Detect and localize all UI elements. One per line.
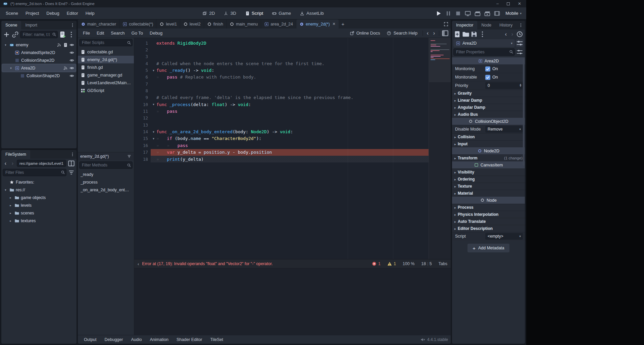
code-line-12[interactable]: 12 — [134, 115, 451, 121]
method-sort-icon[interactable] — [127, 154, 132, 159]
audio-mute-icon[interactable] — [420, 337, 425, 342]
script-history-back-button[interactable]: ‹ — [425, 30, 431, 37]
code-line-3[interactable]: 3 — [134, 53, 451, 60]
code-line-13[interactable]: 13 — [134, 121, 451, 128]
group-ordering[interactable]: ▸Ordering — [452, 176, 525, 183]
group-physics-interpolation[interactable]: ▸Physics Interpolation — [452, 211, 525, 218]
scene-tab-enemy-2d[interactable]: enemy_2d(*)✕ — [296, 19, 339, 29]
method-item-on-area-2d-body-entered[interactable]: _on_area_2d_body_entered — [78, 186, 134, 194]
script-list-item-gdscript[interactable]: GDScript — [78, 87, 134, 94]
code-line-9[interactable]: 9# Called every frame. 'delta' is the el… — [134, 94, 451, 101]
group-collision[interactable]: ▸Collision — [452, 133, 525, 140]
save-resource-icon[interactable] — [470, 31, 478, 38]
script-history-forward-button[interactable]: › — [431, 30, 437, 37]
group-angular-damp[interactable]: ▸Angular Damp — [452, 104, 525, 111]
error-message[interactable]: Error at (17, 19): Invalid operands "flo… — [142, 261, 273, 266]
scene-tree-node-enemy[interactable]: ▾enemy — [2, 41, 76, 49]
play-scene-icon[interactable] — [474, 10, 481, 17]
tab-filesystem[interactable]: FileSystem — [1, 150, 30, 159]
scene-tab-collectable[interactable]: collectable(*) — [119, 19, 156, 29]
search-help-button[interactable]: Search Help — [384, 31, 420, 36]
fs-item-levels[interactable]: ▸levels — [2, 201, 76, 209]
workspace-game[interactable]: Game — [272, 11, 291, 16]
scene-tab-main-menu[interactable]: main_menu — [227, 19, 261, 29]
group-audio-bus[interactable]: ▸Audio Bus — [452, 111, 525, 118]
attach-script-button[interactable] — [59, 31, 66, 38]
resource-menu-icon[interactable] — [479, 31, 486, 38]
code-line-10[interactable]: 10▾func _process(delta: float) -> void: — [134, 101, 451, 108]
filesystem-filter-input[interactable] — [3, 169, 66, 176]
filter-scripts-input[interactable] — [79, 39, 133, 46]
group-editor-description[interactable]: ▸Editor Description — [452, 225, 525, 232]
priority-spinbox[interactable]: 0▲▼ — [485, 82, 523, 89]
method-item-ready[interactable]: _ready — [78, 170, 134, 178]
close-tab-icon[interactable]: ✕ — [333, 22, 336, 26]
code-line-11[interactable]: 11» pass — [134, 108, 451, 114]
movie-maker-icon[interactable] — [494, 10, 500, 17]
expand-arrow-icon[interactable]: ▸ — [8, 211, 13, 215]
inspector-scrollbar[interactable] — [523, 58, 525, 166]
scene-tree-node-animatedsprite2d[interactable]: AnimatedSprite2D — [2, 49, 76, 56]
code-line-8[interactable]: 8 — [134, 87, 451, 94]
spinner-arrows-icon[interactable]: ▲▼ — [519, 84, 522, 87]
dock-menu-icon[interactable] — [70, 23, 75, 28]
bottom-panel-output[interactable]: Output — [81, 336, 100, 343]
visibility-eye-icon[interactable] — [69, 58, 74, 63]
code-area[interactable]: 1extends RigidBody2D234# Called when the… — [134, 38, 451, 259]
indent-mode[interactable]: Tabs — [439, 261, 447, 266]
script-list-item-collectable-gd[interactable]: collectable.gd — [78, 48, 134, 56]
add-node-button[interactable] — [3, 31, 10, 38]
workspace-assetlib[interactable]: AssetLib — [300, 11, 324, 16]
group-texture[interactable]: ▸Texture — [452, 183, 525, 190]
menu-help[interactable]: Help — [82, 9, 98, 17]
load-resource-icon[interactable] — [462, 31, 469, 38]
scene-tab-level2[interactable]: level2 — [180, 19, 204, 29]
bottom-panel-shader-editor[interactable]: Shader Editor — [173, 336, 205, 343]
play-button-icon[interactable] — [435, 10, 442, 17]
script-list-item-finish-gd[interactable]: finish.gd — [78, 63, 134, 71]
menu-debug[interactable]: Debug — [43, 9, 63, 17]
bottom-panel-audio[interactable]: Audio — [128, 336, 145, 343]
code-minimap[interactable] — [429, 38, 451, 259]
monitorable-checkbox[interactable] — [485, 75, 490, 80]
menu-editor[interactable]: Editor — [63, 9, 82, 17]
visibility-eye-icon[interactable] — [69, 66, 74, 70]
script-menu-file[interactable]: File — [80, 29, 93, 37]
dock-menu-icon[interactable] — [518, 23, 523, 28]
fold-arrow-icon[interactable]: ▾ — [151, 130, 156, 134]
code-line-1[interactable]: 1extends RigidBody2D — [134, 40, 451, 46]
workspace-script[interactable]: Script — [245, 11, 263, 16]
workspace-2d[interactable]: 2D — [202, 11, 215, 16]
bottom-panel-animation[interactable]: Animation — [146, 336, 172, 343]
inspector-back-button[interactable]: ‹ — [503, 31, 509, 38]
script-list-item-level1andlevel2mainme[interactable]: Level1andlevel2MainMe... — [78, 79, 134, 87]
scene-tab-finish[interactable]: finish — [204, 19, 227, 29]
collapse-arrow-icon[interactable]: ▾ — [3, 43, 8, 47]
expand-arrow-icon[interactable]: ▸ — [8, 204, 13, 207]
distraction-free-icon[interactable] — [444, 22, 448, 27]
extra-resource-options-icon[interactable] — [516, 39, 524, 47]
code-line-18[interactable]: 18» print(y_delta) — [134, 156, 451, 162]
pause-button-icon[interactable] — [445, 10, 452, 17]
menu-project[interactable]: Project — [22, 9, 43, 17]
scene-tree-node-area2d[interactable]: ▾Area2D — [2, 64, 76, 72]
code-line-17[interactable]: 17» var y_delta = position.y - body.posi… — [134, 149, 451, 156]
scene-tab-area-2d-24[interactable]: area_2d_24 — [261, 19, 296, 29]
menu-scene[interactable]: Scene — [2, 9, 22, 17]
expand-arrow-icon[interactable]: ▸ — [8, 219, 13, 223]
scene-tab-level1[interactable]: level1 — [156, 19, 180, 29]
split-mode-icon[interactable] — [67, 160, 75, 167]
code-line-4[interactable]: 4# Called when the node enters the scene… — [134, 60, 451, 67]
group-transform[interactable]: ▸Transform(1 change) — [452, 154, 525, 161]
instance-scene-button[interactable] — [11, 31, 19, 38]
monitoring-checkbox[interactable] — [485, 66, 490, 71]
bottom-panel-debugger[interactable]: Debugger — [101, 336, 127, 343]
dock-menu-icon[interactable] — [70, 152, 75, 157]
warning-count[interactable]: 1 — [387, 261, 396, 266]
code-line-6[interactable]: 6» pass # Replace with function body. — [134, 74, 451, 81]
error-count[interactable]: 1 — [372, 261, 381, 266]
node-selector-dropdown[interactable]: Area2D ▾ — [453, 39, 515, 47]
scene-tree-menu-icon[interactable] — [67, 31, 75, 38]
group-material[interactable]: ▸Material — [452, 190, 525, 197]
scene-tree-node-collisionshape2d[interactable]: CollisionShape2D — [2, 56, 76, 64]
